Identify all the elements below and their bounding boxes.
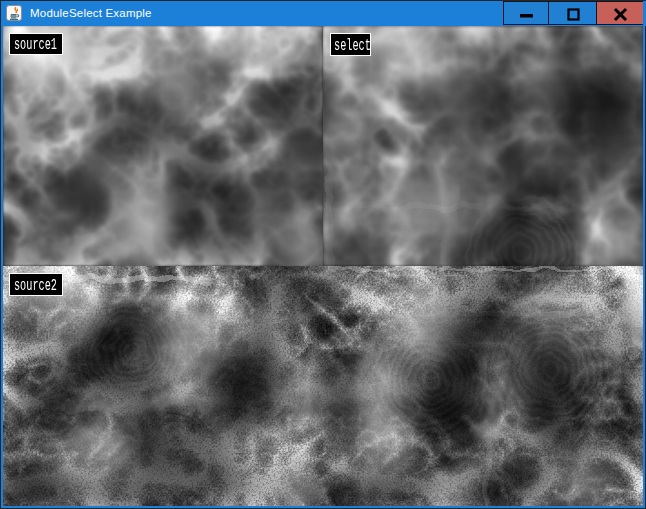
svg-text:select: select [334, 37, 370, 55]
svg-text:source1: source1 [14, 36, 57, 54]
svg-text:source2: source2 [14, 277, 57, 295]
